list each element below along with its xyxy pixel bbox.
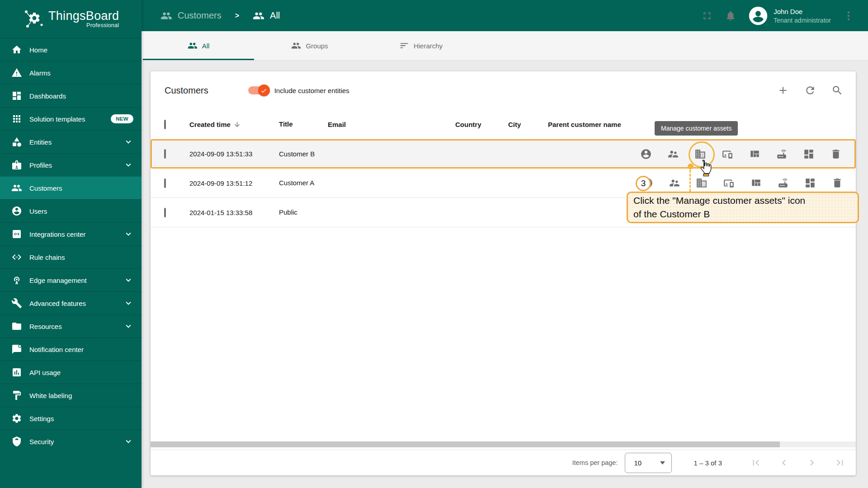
column-header-country[interactable]: Country	[455, 121, 508, 128]
check-icon	[260, 87, 267, 94]
manage-customer-users-button[interactable]	[640, 148, 652, 160]
row-checkbox[interactable]	[164, 208, 166, 217]
annotation-text-line2: of the Customer B	[633, 207, 852, 221]
manage-customer-widgets-button[interactable]	[804, 177, 816, 189]
cell-title: Customer B	[279, 150, 328, 159]
supervisor-account-icon	[667, 148, 679, 160]
column-header-city[interactable]: City	[508, 121, 548, 128]
last-page-button[interactable]	[834, 457, 846, 469]
manage-customer-devices-button[interactable]	[723, 177, 735, 189]
manage-customer-devices-button[interactable]	[722, 148, 733, 160]
sidebar-nav: Home Alarms Dashboards Solution template…	[0, 38, 142, 453]
sidebar-item-entities[interactable]: Entities	[0, 130, 142, 153]
sort-descending-icon[interactable]	[233, 121, 241, 128]
tab-label: Hierarchy	[414, 42, 443, 50]
previous-page-button[interactable]	[778, 457, 790, 469]
items-per-page-select[interactable]: 10	[625, 453, 672, 473]
breadcrumb-current[interactable]: All	[270, 10, 280, 21]
chevron-down-icon	[123, 137, 133, 147]
next-page-button[interactable]	[806, 457, 818, 469]
toggle-switch[interactable]	[248, 86, 268, 94]
thingsboard-logo[interactable]: ThingsBoard Professional	[0, 0, 142, 38]
items-per-page-label: Items per page:	[572, 459, 618, 466]
manage-customer-edges-button[interactable]	[776, 148, 788, 160]
manage-customer-widgets-button[interactable]	[803, 148, 815, 160]
breadcrumb: Customers > All	[160, 10, 280, 22]
row-checkbox[interactable]	[164, 178, 166, 188]
select-all-checkbox[interactable]	[164, 120, 166, 129]
cell-title: Public	[279, 208, 328, 217]
sidebar-item-label: Entities	[29, 138, 52, 146]
sidebar-item-alarms[interactable]: Alarms	[0, 61, 142, 84]
delete-customer-button[interactable]	[830, 148, 842, 160]
page-title: Customers	[165, 85, 208, 96]
first-page-button[interactable]	[750, 457, 762, 469]
row-checkbox[interactable]	[164, 149, 166, 159]
include-customer-entities-toggle[interactable]: Include customer entities	[248, 86, 349, 94]
user-menu[interactable]: John Doe Tenant administrator	[748, 6, 831, 26]
people-icon	[11, 183, 22, 193]
router-icon	[777, 177, 789, 189]
thingsboard-logo-icon	[23, 8, 44, 30]
sidebar-item-edge-management[interactable]: Edge management	[0, 268, 142, 291]
topbar-right: John Doe Tenant administrator	[701, 6, 854, 26]
sidebar-item-dashboards[interactable]: Dashboards	[0, 84, 142, 107]
sidebar-item-label: Solution templates	[29, 115, 85, 123]
search-button[interactable]	[831, 84, 843, 96]
apps-grid-icon	[11, 113, 22, 124]
sidebar-item-notification-center[interactable]: Notification center	[0, 338, 142, 361]
manage-customer-assets-button[interactable]	[696, 177, 708, 189]
sidebar-item-customers[interactable]: Customers	[0, 176, 142, 199]
fullscreen-button[interactable]	[701, 10, 713, 22]
column-header-email[interactable]: Email	[328, 121, 455, 128]
tab-all[interactable]: All	[143, 31, 254, 60]
breadcrumb-parent[interactable]: Customers	[178, 10, 222, 21]
cell-created-time: 2024-09-09 13:51:33	[189, 150, 279, 158]
tab-hierarchy[interactable]: Hierarchy	[365, 31, 476, 60]
table-header-row: Created time Title Email Country City Pa…	[151, 109, 856, 139]
cell-created-time: 2024-09-09 13:51:12	[189, 179, 279, 187]
table-row-customer-b[interactable]: 2024-09-09 13:51:33 Customer B	[151, 139, 856, 169]
add-customer-button[interactable]	[777, 84, 789, 96]
sidebar-item-solution-templates[interactable]: Solution templatesNEW	[0, 107, 142, 130]
horizontal-scrollbar-thumb[interactable]	[151, 441, 780, 447]
manage-customer-customers-button[interactable]	[669, 177, 680, 189]
sidebar-item-settings[interactable]: Settings	[0, 407, 142, 430]
column-header-created-time[interactable]: Created time	[189, 121, 231, 128]
sidebar-item-home[interactable]: Home	[0, 38, 142, 61]
delete-customer-button[interactable]	[831, 177, 843, 189]
column-header-parent-customer[interactable]: Parent customer name	[548, 121, 638, 128]
chevron-down-icon	[123, 160, 133, 170]
manage-customer-customers-button[interactable]	[667, 148, 679, 160]
sidebar-item-white-labeling[interactable]: White labeling	[0, 384, 142, 407]
sidebar-item-rule-chains[interactable]: Rule chains	[0, 245, 142, 268]
sidebar-item-profiles[interactable]: Profiles	[0, 153, 142, 176]
bell-icon	[725, 10, 736, 22]
manage-customer-dashboards-button[interactable]	[750, 177, 762, 189]
manage-customer-dashboards-button[interactable]	[749, 148, 760, 160]
manage-customer-edges-button[interactable]	[777, 177, 789, 189]
user-name: John Doe	[774, 7, 831, 16]
sidebar-item-users[interactable]: Users	[0, 199, 142, 222]
devices-icon	[722, 148, 733, 160]
user-role: Tenant administrator	[774, 16, 831, 24]
more-menu-button[interactable]	[843, 10, 854, 22]
sidebar-item-label: Settings	[29, 415, 54, 422]
sidebar-item-integrations-center[interactable]: Integrations center	[0, 222, 142, 245]
toggle-thumb	[258, 84, 270, 96]
refresh-button[interactable]	[804, 84, 816, 96]
chevron-left-icon	[778, 457, 790, 469]
sidebar-item-security[interactable]: Security	[0, 430, 142, 453]
fullscreen-icon	[701, 10, 713, 22]
sidebar-item-api-usage[interactable]: API usage	[0, 361, 142, 384]
sidebar-item-resources[interactable]: Resources	[0, 314, 142, 338]
column-header-title[interactable]: Title	[279, 120, 328, 129]
chevron-down-icon	[123, 275, 133, 285]
sidebar-item-advanced-features[interactable]: Advanced features	[0, 291, 142, 314]
avatar	[748, 6, 768, 26]
dashboard-tiles-icon	[804, 177, 816, 189]
notifications-button[interactable]	[725, 10, 736, 22]
tab-groups[interactable]: Groups	[254, 31, 365, 60]
sidebar-item-label: Alarms	[29, 69, 51, 77]
view-quilt-icon	[749, 148, 760, 160]
